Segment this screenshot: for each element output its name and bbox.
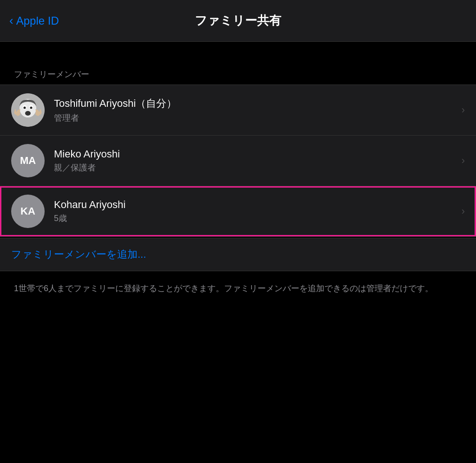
member-role-koharu: 5歳: [54, 213, 457, 224]
member-role-mieko: 親／保護者: [54, 162, 457, 173]
member-name-toshifumi: Toshifumi Ariyoshi（自分）: [54, 97, 457, 111]
avatar-photo-toshifumi: [11, 93, 45, 127]
add-member-button[interactable]: ファミリーメンバーを追加...: [0, 238, 476, 271]
back-button[interactable]: ‹ Apple ID: [9, 13, 59, 28]
avatar-toshifumi: [11, 93, 45, 127]
back-label: Apple ID: [16, 14, 59, 27]
member-row-toshifumi[interactable]: Toshifumi Ariyoshi（自分） 管理者 ›: [0, 85, 476, 136]
member-info-toshifumi: Toshifumi Ariyoshi（自分） 管理者: [54, 97, 457, 124]
footer-description: 1世帯で6人までファミリーに登録することができます。ファミリーメンバーを追加でき…: [0, 271, 476, 306]
member-row-koharu[interactable]: KA Koharu Ariyoshi 5歳 ›: [0, 186, 476, 236]
navigation-bar: ‹ Apple ID ファミリー共有: [0, 0, 476, 42]
add-member-section: ファミリーメンバーを追加...: [0, 238, 476, 271]
avatar-initials-mieko: MA: [20, 155, 36, 167]
member-info-koharu: Koharu Ariyoshi 5歳: [54, 199, 457, 224]
back-chevron-icon: ‹: [9, 13, 13, 28]
members-list: Toshifumi Ariyoshi（自分） 管理者 › MA Mieko Ar…: [0, 85, 476, 237]
svg-point-4: [24, 107, 26, 109]
avatar-mieko: MA: [11, 144, 45, 177]
top-spacer: [0, 42, 476, 56]
member-row-mieko[interactable]: MA Mieko Ariyoshi 親／保護者 ›: [0, 136, 476, 186]
member-role-toshifumi: 管理者: [54, 112, 457, 124]
member-info-mieko: Mieko Ariyoshi 親／保護者: [54, 148, 457, 173]
members-section-label: ファミリーメンバー: [0, 56, 476, 85]
svg-point-5: [30, 107, 33, 109]
chevron-right-icon-toshifumi: ›: [462, 104, 465, 116]
avatar-initials-koharu: KA: [20, 205, 35, 217]
page-title: ファミリー共有: [195, 13, 281, 29]
svg-point-6: [25, 111, 31, 116]
member-name-mieko: Mieko Ariyoshi: [54, 148, 457, 160]
chevron-right-icon-mieko: ›: [462, 155, 465, 167]
chevron-right-icon-koharu: ›: [462, 205, 465, 217]
member-name-koharu: Koharu Ariyoshi: [54, 199, 457, 211]
avatar-koharu: KA: [11, 195, 45, 228]
